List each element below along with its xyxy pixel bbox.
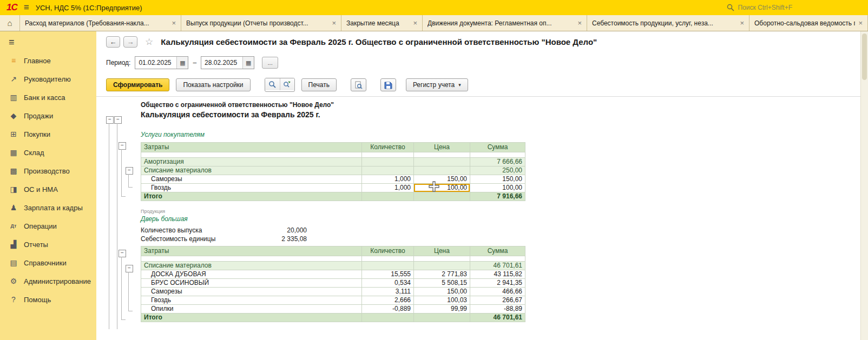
column-header[interactable]: Количество [362,143,414,152]
sidebar-item-pokupki[interactable]: ⊞Покупки [0,125,96,143]
column-header[interactable]: Количество [362,246,414,256]
cell[interactable]: 1,000 [362,184,414,192]
cell[interactable]: Итого [141,314,362,322]
cell[interactable]: 150,00 [470,175,525,184]
sidebar-item-zarplata-i-kadry[interactable]: ♟Зарплата и кадры [0,198,96,217]
calendar-icon[interactable]: ▦ [176,57,188,69]
tab-month-closing[interactable]: Закрытие месяца × [341,15,423,31]
cell[interactable]: 3,111 [362,288,414,296]
info-value[interactable]: 20,000 [287,226,307,235]
cell[interactable]: 2 771,83 [414,270,470,279]
tab-close-icon[interactable]: × [332,19,336,27]
find-in-report-button[interactable] [265,78,280,90]
cell[interactable] [362,192,414,201]
sidebar-item-bank-i-kassa[interactable]: ▥Банк и касса [0,88,96,106]
cell[interactable]: Саморезы [141,288,362,296]
calendar-icon[interactable]: ▦ [242,57,254,69]
column-header[interactable]: Затраты [141,143,362,152]
save-button[interactable] [380,78,396,91]
show-settings-button[interactable]: Показать настройки [176,78,250,91]
cell[interactable]: Гвоздь [141,184,362,192]
column-header[interactable]: Сумма [470,246,525,256]
cell[interactable] [414,158,470,166]
cell[interactable]: 99,99 [414,305,470,314]
cell[interactable]: 7 666,66 [470,158,525,166]
cell[interactable]: 250,00 [470,166,525,175]
tab-production-output[interactable]: Выпуск продукции (Отчеты производст... × [181,15,341,31]
tab-close-icon[interactable]: × [172,19,176,27]
cell[interactable] [414,262,470,270]
sidebar-item-sklad[interactable]: ▦Склад [0,143,96,162]
collapse-toggle[interactable]: − [106,116,114,124]
cell[interactable] [362,166,414,175]
cell[interactable]: 46 701,61 [470,314,525,322]
tab-close-icon[interactable]: × [740,19,744,27]
main-menu-icon[interactable]: ≡ [24,2,29,13]
cell[interactable] [414,166,470,175]
cell[interactable] [414,314,470,322]
find-next-button[interactable] [280,78,294,90]
cell[interactable]: 2,666 [362,296,414,305]
tab-document-movements[interactable]: Движения документа: Регламентная оп... × [423,15,587,31]
tab-close-icon[interactable]: × [413,19,417,27]
cell[interactable] [362,262,414,270]
tab-close-icon[interactable]: × [577,19,582,27]
cell[interactable]: 150,00 [414,175,470,184]
cell[interactable]: -88,89 [470,305,525,314]
sidebar-item-pomosch[interactable]: ?Помощь [0,290,96,309]
cell[interactable]: Итого [141,192,362,201]
period-to-field[interactable]: 28.02.2025 ▦ [201,56,254,69]
cell[interactable] [362,158,414,166]
collapse-toggle[interactable]: − [126,265,133,272]
tab-close-icon[interactable]: × [858,19,863,27]
sidebar-item-otchety[interactable]: ▟Отчеты [0,235,96,254]
cell[interactable]: 15,555 [362,270,414,279]
cell[interactable]: 46 701,61 [470,262,525,270]
cell[interactable]: 466,66 [470,288,525,296]
sidebar-item-proizvodstvo[interactable]: ▩Производство [0,162,96,180]
sidebar-item-glavnoe[interactable]: ≡Главное [0,51,96,70]
period-more-button[interactable]: ... [262,57,278,69]
cell[interactable]: 100,03 [414,296,470,305]
info-value[interactable]: 2 335,08 [281,235,307,244]
cell[interactable]: Саморезы [141,175,362,184]
sidebar-item-administrirovanie[interactable]: ⚙Администрирование [0,272,96,290]
cell[interactable]: -0,889 [362,305,414,314]
cell[interactable]: 150,00 [414,288,470,296]
sidebar-item-os-i-nma[interactable]: ◨ОС и НМА [0,180,96,198]
column-header[interactable]: Затраты [141,246,362,256]
cell[interactable]: Гвоздь [141,296,362,305]
sidebar-item-operatsii[interactable]: ДтОперации [0,217,96,235]
favorite-star-icon[interactable]: ☆ [145,36,153,48]
forward-button[interactable]: → [123,36,137,48]
cell[interactable]: 2 941,35 [470,279,525,288]
back-button[interactable]: ← [106,36,120,48]
cell[interactable]: БРУС ОСИНОВЫЙ [141,279,362,288]
sidebar-menu-icon[interactable]: ≡ [0,35,96,51]
cell[interactable] [414,192,470,201]
cell[interactable]: 7 916,66 [470,192,525,201]
group-product[interactable]: Дверь большая [141,215,525,224]
cell[interactable]: ДОСКА ДУБОВАЯ [141,270,362,279]
cell[interactable]: Списание материалов [141,262,362,270]
collapse-toggle[interactable]: − [119,142,126,150]
period-from-field[interactable]: 01.02.2025 ▦ [135,56,188,69]
global-search[interactable]: Поиск Ctrl+Shift+F [727,4,792,11]
cell[interactable]: Списание материалов [141,166,362,175]
cell[interactable] [362,314,414,322]
home-tab[interactable]: ⌂ [0,15,20,31]
group-services[interactable]: Услуги покупателям [141,131,525,139]
tab-material-consumption[interactable]: Расход материалов (Требования-накла... × [20,15,181,31]
print-button[interactable]: Печать [301,78,337,91]
scrollbar-thumb[interactable] [862,34,867,80]
collapse-toggle[interactable]: − [119,250,126,257]
sidebar-item-spravochniki[interactable]: ▤Справочники [0,254,96,272]
cell[interactable]: 43 115,82 [470,270,525,279]
cell[interactable]: 0,534 [362,279,414,288]
cell[interactable]: Опилки [141,305,362,314]
column-header[interactable]: Цена [414,246,470,256]
cell[interactable]: 5 508,15 [414,279,470,288]
column-header[interactable]: Цена [414,143,470,152]
cell[interactable]: Амортизация [141,158,362,166]
sidebar-item-prodazhi[interactable]: ◆Продажи [0,106,96,125]
